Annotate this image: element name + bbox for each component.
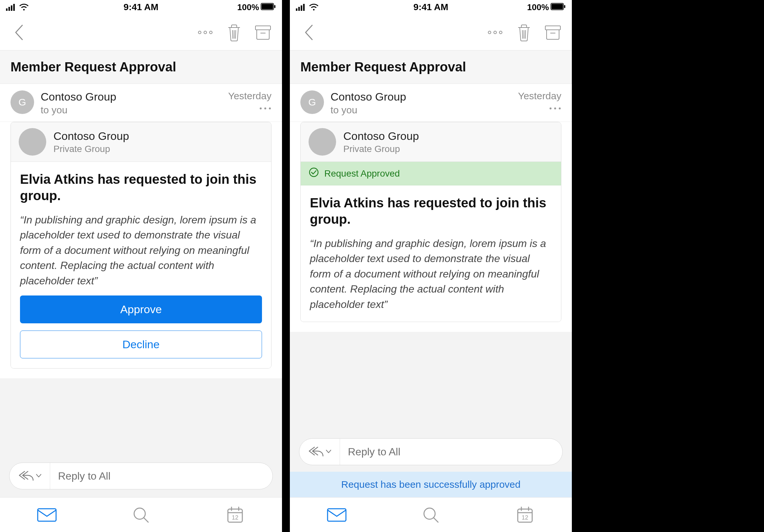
tab-bar: 12 (0, 497, 282, 532)
phone-screen-after: 9:41 AM 100% (290, 0, 572, 532)
svg-point-8 (204, 31, 207, 34)
subject-text: Member Request Approval (300, 60, 561, 74)
svg-point-16 (264, 107, 266, 109)
reply-all-icon[interactable] (308, 446, 324, 458)
status-time: 9:41 AM (123, 2, 158, 12)
svg-line-12 (236, 30, 236, 39)
reply-bar[interactable]: Reply to All (299, 438, 563, 465)
archive-button[interactable] (544, 23, 562, 42)
request-quote: “In publishing and graphic design, lorem… (310, 236, 552, 312)
more-button[interactable] (196, 23, 214, 42)
battery-icon (550, 2, 566, 12)
svg-text:12: 12 (522, 514, 528, 521)
wifi-icon (19, 4, 29, 11)
svg-line-10 (233, 30, 233, 39)
nav-header (0, 14, 282, 51)
status-bar: 9:41 AM 100% (0, 0, 282, 14)
group-name: Contoso Group (54, 130, 129, 143)
svg-point-33 (488, 31, 491, 34)
svg-point-7 (198, 31, 201, 34)
sender-name[interactable]: Contoso Group (41, 90, 222, 103)
delete-button[interactable] (225, 23, 243, 42)
request-card: Contoso Group Private Group Elvia Atkins… (11, 122, 272, 368)
tab-mail[interactable] (324, 505, 350, 525)
card-header: Contoso Group Private Group (11, 122, 271, 162)
svg-rect-5 (262, 4, 273, 9)
group-name: Contoso Group (343, 130, 419, 143)
tab-search[interactable] (128, 505, 154, 525)
svg-line-38 (525, 30, 526, 39)
svg-rect-1 (9, 7, 10, 11)
message-more-icon[interactable] (549, 106, 561, 110)
decline-button[interactable]: Decline (20, 331, 262, 358)
request-card: Contoso Group Private Group Request Appr… (300, 122, 561, 322)
subject-row: Member Request Approval (290, 51, 572, 84)
sender-date: Yesterday (518, 90, 561, 101)
svg-line-36 (522, 30, 523, 39)
archive-button[interactable] (254, 23, 272, 42)
svg-line-47 (434, 518, 438, 522)
tab-calendar[interactable]: 12 (512, 505, 538, 525)
svg-rect-2 (11, 6, 12, 11)
reply-input[interactable]: Reply to All (340, 446, 562, 458)
svg-line-20 (144, 518, 148, 522)
status-bar: 9:41 AM 100% (290, 0, 572, 14)
approve-button[interactable]: Approve (20, 296, 262, 323)
svg-rect-18 (38, 509, 56, 521)
battery-icon (260, 2, 276, 12)
svg-point-19 (134, 508, 145, 519)
status-time: 9:41 AM (414, 2, 448, 12)
chevron-down-icon[interactable] (36, 473, 42, 479)
svg-text:12: 12 (232, 514, 238, 521)
svg-point-15 (260, 107, 262, 109)
svg-point-17 (269, 107, 271, 109)
request-title: Elvia Atkins has requested to join this … (20, 171, 262, 204)
tab-bar: 12 (290, 497, 572, 532)
group-subtitle: Private Group (343, 144, 419, 154)
svg-point-9 (210, 31, 212, 34)
group-avatar (308, 128, 336, 156)
sender-date: Yesterday (228, 90, 272, 101)
battery-percent: 100% (527, 2, 549, 12)
check-circle-icon (308, 167, 319, 180)
chevron-down-icon[interactable] (326, 449, 331, 455)
sender-recipients: to you (330, 104, 511, 116)
delete-button[interactable] (515, 23, 533, 42)
svg-rect-3 (13, 4, 15, 11)
sender-avatar: G (300, 90, 324, 114)
more-button[interactable] (486, 23, 504, 42)
group-avatar (19, 128, 46, 156)
svg-rect-27 (298, 7, 300, 11)
svg-rect-6 (274, 5, 276, 8)
subject-text: Member Request Approval (11, 60, 272, 74)
message-more-icon[interactable] (259, 106, 272, 110)
subject-row: Member Request Approval (0, 51, 282, 84)
reply-bar[interactable]: Reply to All (9, 463, 273, 489)
reply-all-icon[interactable] (18, 470, 34, 482)
svg-rect-29 (303, 4, 304, 11)
request-title: Elvia Atkins has requested to join this … (310, 195, 552, 227)
tab-mail[interactable] (34, 505, 60, 525)
reply-input[interactable]: Reply to All (50, 470, 273, 482)
svg-point-34 (494, 31, 496, 34)
svg-rect-32 (564, 5, 565, 8)
back-button[interactable] (300, 23, 318, 42)
svg-rect-28 (301, 6, 302, 11)
tab-calendar[interactable]: 12 (222, 505, 248, 525)
group-subtitle: Private Group (54, 144, 129, 154)
wifi-icon (309, 4, 319, 11)
approved-status: Request Approved (301, 162, 561, 186)
tab-search[interactable] (418, 505, 444, 525)
sender-recipients: to you (41, 104, 222, 116)
sender-name[interactable]: Contoso Group (330, 90, 511, 103)
svg-rect-0 (6, 9, 8, 11)
back-button[interactable] (10, 23, 28, 42)
approved-status-text: Request Approved (324, 168, 400, 179)
svg-point-35 (499, 31, 502, 34)
svg-point-46 (424, 508, 435, 519)
svg-rect-31 (551, 4, 563, 9)
signal-icon (6, 4, 16, 11)
sender-avatar: G (11, 90, 34, 114)
svg-point-43 (559, 107, 561, 109)
svg-point-44 (309, 168, 318, 177)
